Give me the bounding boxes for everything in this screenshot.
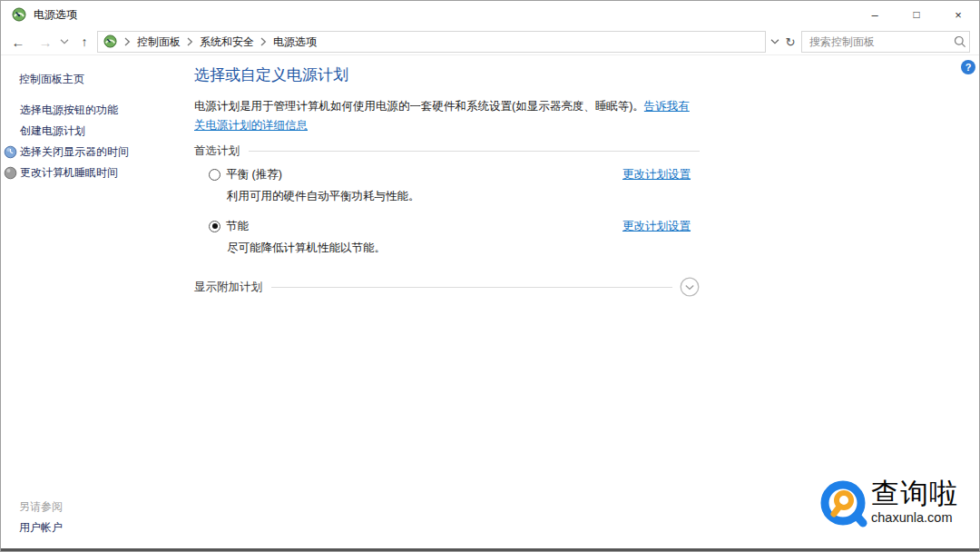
sleep-icon [4, 166, 17, 180]
page-title: 选择或自定义电源计划 [194, 64, 700, 86]
breadcrumb-control-panel[interactable]: 控制面板 [137, 34, 181, 50]
chevron-right-icon [124, 37, 131, 46]
minimize-button[interactable]: – [854, 1, 896, 28]
balanced-radio[interactable] [209, 169, 220, 181]
watermark-text: 查询啦 chaxunla.com [871, 478, 958, 525]
close-button[interactable]: × [937, 1, 979, 28]
navigation-toolbar: ← → ↑ 控制面板 系统和安全 [1, 28, 979, 55]
sidebar-item-create-power-plan[interactable]: 创建电源计划 [4, 123, 85, 139]
sidebar-item-label: 选择电源按钮的功能 [20, 103, 118, 118]
content-area: ? 控制面板主页 选择电源按钮的功能 创建电源计划 选择关闭显示器的时间 更改计… [1, 55, 979, 548]
main-panel: 选择或自定义电源计划 电源计划是用于管理计算机如何使用电源的一套硬件和系统设置(… [194, 64, 700, 297]
back-button[interactable]: ← [6, 28, 30, 55]
up-button[interactable]: ↑ [74, 28, 95, 55]
sidebar-item-label: 更改计算机睡眠时间 [20, 165, 118, 181]
title-bar: 电源选项 – □ × [1, 1, 979, 28]
plan-intro-body: 电源计划是用于管理计算机如何使用电源的一套硬件和系统设置(如显示器亮度、睡眠等)… [194, 100, 644, 113]
search-input[interactable] [802, 35, 954, 48]
plan-name: 平衡 (推荐) [226, 167, 282, 182]
help-icon[interactable]: ? [961, 60, 975, 74]
search-box [801, 31, 970, 53]
divider [271, 287, 672, 288]
power-saver-radio[interactable] [209, 221, 220, 232]
refresh-button[interactable]: ↻ [782, 28, 799, 55]
display-clock-icon [4, 145, 17, 159]
chevron-right-icon [260, 37, 267, 46]
divider [249, 151, 700, 152]
chevron-right-icon [187, 37, 193, 46]
forward-button[interactable]: → [34, 28, 57, 55]
plan-description: 利用可用的硬件自动平衡功耗与性能。 [227, 189, 700, 203]
see-also-header: 另请参阅 [19, 499, 63, 515]
address-bar[interactable]: 控制面板 系统和安全 电源选项 [97, 31, 766, 53]
sidebar-item-control-panel-home[interactable]: 控制面板主页 [19, 72, 84, 87]
window-controls: – □ × [854, 1, 979, 28]
address-dropdown-chevron-icon[interactable] [768, 28, 782, 55]
plan-intro-text: 电源计划是用于管理计算机如何使用电源的一套硬件和系统设置(如显示器亮度、睡眠等)… [194, 97, 700, 135]
expand-additional-plans-chevron-icon[interactable] [680, 277, 700, 297]
sidebar-item-display-off-time[interactable]: 选择关闭显示器的时间 [4, 144, 129, 160]
chaxunla-logo-icon [820, 478, 869, 533]
breadcrumb-power-options[interactable]: 电源选项 [273, 34, 317, 50]
plan-name: 节能 [226, 219, 249, 234]
sidebar-item-sleep-time[interactable]: 更改计算机睡眠时间 [4, 165, 118, 181]
sidebar-item-label: 创建电源计划 [20, 123, 85, 139]
sidebar-item-user-accounts[interactable]: 用户帐户 [19, 520, 63, 536]
maximize-button[interactable]: □ [896, 1, 937, 28]
plan-row-balanced: 平衡 (推荐) 更改计划设置 利用可用的硬件自动平衡功耗与性能。 [194, 166, 700, 203]
power-gauge-icon [103, 34, 118, 49]
breadcrumb-system-security[interactable]: 系统和安全 [200, 34, 254, 50]
chaxunla-watermark: 查询啦 chaxunla.com [820, 478, 965, 533]
plan-row-power-saver: 节能 更改计划设置 尽可能降低计算机性能以节能。 [194, 218, 700, 255]
sidebar-item-power-buttons[interactable]: 选择电源按钮的功能 [4, 103, 118, 118]
watermark-domain: chaxunla.com [871, 510, 958, 525]
power-gauge-icon [12, 7, 26, 22]
plan-description: 尽可能降低计算机性能以节能。 [227, 241, 700, 255]
change-plan-settings-link[interactable]: 更改计划设置 [622, 219, 691, 234]
preferred-plans-section-header: 首选计划 [194, 143, 700, 158]
window-bottom-edge [1, 548, 979, 551]
additional-plans-label: 显示附加计划 [194, 280, 262, 294]
additional-plans-section-header: 显示附加计划 [194, 277, 700, 297]
watermark-brand-name: 查询啦 [871, 478, 958, 509]
preferred-plans-label: 首选计划 [194, 143, 240, 158]
search-icon[interactable] [954, 35, 966, 48]
sidebar-item-label: 选择关闭显示器的时间 [20, 144, 129, 160]
recent-pages-chevron-icon[interactable] [57, 28, 72, 55]
power-options-window: 电源选项 – □ × ← → ↑ 控制面板 [0, 0, 980, 552]
window-title: 电源选项 [34, 7, 77, 23]
change-plan-settings-link[interactable]: 更改计划设置 [622, 167, 691, 182]
